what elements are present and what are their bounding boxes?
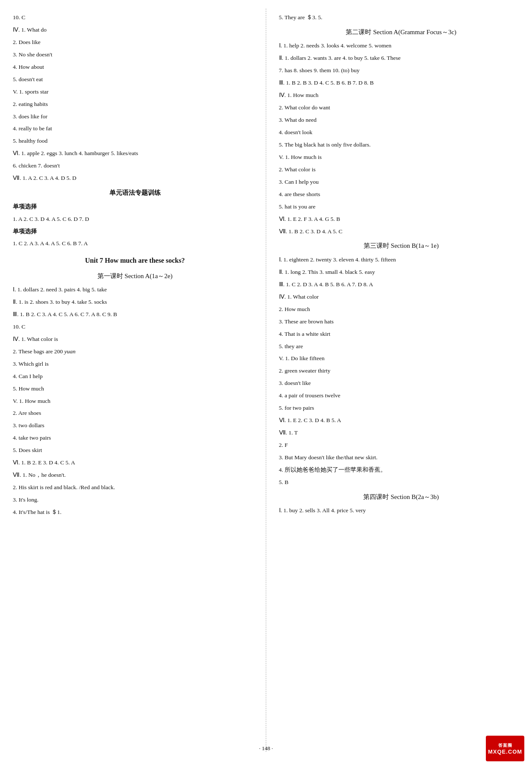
line-item: Ⅶ. 1. B 2. C 3. D 4. A 5. C	[279, 227, 524, 237]
line-item: 5. doesn't eat	[13, 75, 257, 85]
left-column: 10. CⅣ. 1. What do2. Does like3. No she …	[0, 9, 266, 752]
line-item: 3. Can I help you	[279, 177, 524, 187]
watermark-bottom: MXQE.COM	[488, 748, 522, 755]
page-container: 10. CⅣ. 1. What do2. Does like3. No she …	[0, 0, 532, 769]
line-item: 4. How about	[13, 62, 257, 72]
line-item: 2. These bags are 200 yuan	[13, 347, 257, 357]
line-item: 第三课时 Section B(1a～1e)	[279, 241, 524, 252]
line-item: 4. doesn't look	[279, 128, 524, 138]
line-item: 10. C	[13, 13, 257, 23]
line-item: 3. does like for	[13, 112, 257, 122]
line-item: 5. Does skirt	[13, 446, 257, 455]
line-item: Ⅰ. 1. dollars 2. need 3. pairs 4. big 5.…	[13, 285, 257, 295]
line-item: 3. Which girl is	[13, 359, 257, 369]
line-item: Ⅶ. 1. No，he doesn't.	[13, 470, 257, 480]
right-column: 5. They are ＄3. 5.第二课时 Section A(Grammar…	[266, 9, 532, 752]
watermark: 答案圈 MXQE.COM	[486, 736, 524, 761]
line-item: 2. What color do want	[279, 103, 524, 113]
line-item: Ⅱ. 1. dollars 2. wants 3. are 4. to buy …	[279, 53, 524, 63]
line-item: 第一课时 Section A(1a～2e)	[13, 271, 257, 282]
line-item: 3. These are brown hats	[279, 317, 524, 327]
line-item: Ⅱ. 1. long 2. This 3. small 4. black 5. …	[279, 267, 524, 277]
line-item: 5. for two pairs	[279, 403, 524, 413]
line-item: 4. Can I help	[13, 372, 257, 382]
line-item: Ⅵ. 1. B 2. E 3. D 4. C 5. A	[13, 458, 257, 468]
line-item: V. 1. Do like fifteen	[279, 354, 524, 364]
line-item: 5. hat is you are	[279, 202, 524, 212]
line-item: 2. eating habits	[13, 100, 257, 109]
line-item: Ⅳ. 1. What color is	[13, 335, 257, 344]
line-item: 4. take two pairs	[13, 433, 257, 443]
line-item: 2. What color is	[279, 165, 524, 175]
line-item: 5. How much	[13, 384, 257, 394]
line-item: 3. But Mary doesn't like the/that new sk…	[279, 453, 524, 463]
line-item: 第四课时 Section B(2a～3b)	[279, 492, 524, 503]
line-item: 3. No she doesn't	[13, 50, 257, 60]
line-item: Ⅲ. 1. B 2. B 3. D 4. C 5. B 6. B 7. D 8.…	[279, 78, 524, 88]
line-item: Ⅱ. 1. is 2. shoes 3. to buy 4. take 5. s…	[13, 297, 257, 307]
line-item: Ⅶ. 1. A 2. C 3. A 4. D 5. D	[13, 173, 257, 183]
line-item: 4. really to be fat	[13, 124, 257, 134]
line-item: Ⅰ. 1. help 2. needs 3. looks 4. welcome …	[279, 41, 524, 51]
line-item: Ⅳ. 1. How much	[279, 91, 524, 100]
line-item: V. 1. sports star	[13, 87, 257, 97]
line-item: 1. A 2. C 3. D 4. A 5. C 6. D 7. D	[13, 214, 257, 224]
line-item: 2. How much	[279, 305, 524, 314]
line-item: 2. Are shoes	[13, 408, 257, 418]
line-item: Ⅶ. 1. T	[279, 428, 524, 438]
line-item: Ⅵ. 1. E 2. C 3. D 4. B 5. A	[279, 416, 524, 426]
line-item: Ⅳ. 1. What do	[13, 25, 257, 35]
line-item: 3. doesn't like	[279, 379, 524, 388]
line-item: 7. has 8. shoes 9. them 10. (to) buy	[279, 66, 524, 76]
line-item: 5. B	[279, 478, 524, 487]
page-number: · 148 ·	[259, 745, 273, 752]
line-item: 4. That is a white skirt	[279, 329, 524, 339]
line-item: 2. His skirt is red and black. /Red and …	[13, 483, 257, 493]
line-item: 3. What do need	[279, 115, 524, 125]
line-item: V. 1. How much	[13, 396, 257, 406]
line-item: Ⅵ. 1. E 2. F 3. A 4. G 5. B	[279, 214, 524, 224]
line-item: 5. The big black hat is only five dollar…	[279, 140, 524, 150]
line-item: 3. It's long.	[13, 495, 257, 505]
line-item: Ⅲ. 1. B 2. C 3. A 4. C 5. A 6. C 7. A 8.…	[13, 310, 257, 320]
line-item: 5. They are ＄3. 5.	[279, 13, 524, 23]
line-item: Ⅰ. 1. eighteen 2. twenty 3. eleven 4. th…	[279, 255, 524, 265]
line-item: 3. two dollars	[13, 421, 257, 431]
line-item: 4. a pair of trousers twelve	[279, 391, 524, 401]
line-item: 4. are these shorts	[279, 190, 524, 200]
line-item: 6. chicken 7. doesn't	[13, 161, 257, 171]
watermark-top: 答案圈	[498, 743, 512, 748]
line-item: 单元语法专题训练	[13, 188, 257, 199]
line-item: V. 1. How much is	[279, 153, 524, 162]
line-item: 单项选择	[13, 202, 257, 212]
line-item: 2. Does like	[13, 38, 257, 47]
line-item: 单项选择	[13, 227, 257, 237]
line-item: 4. It's/The hat is ＄1.	[13, 508, 257, 517]
line-item: Ⅰ. 1. buy 2. sells 3. All 4. price 5. ve…	[279, 506, 524, 516]
line-item: 2. F	[279, 440, 524, 450]
line-item: 第二课时 Section A(Grammar Focus～3c)	[279, 27, 524, 38]
line-item: Unit 7 How much are these socks?	[13, 255, 257, 266]
line-item: 10. C	[13, 322, 257, 332]
line-item: 5. healthy food	[13, 136, 257, 146]
line-item: 5. they are	[279, 342, 524, 352]
line-item: Ⅵ. 1. apple 2. eggs 3. lunch 4. hamburge…	[13, 149, 257, 158]
line-item: 2. green sweater thirty	[279, 366, 524, 376]
line-item: 1. C 2. A 3. A 4. A 5. C 6. B 7. A	[13, 239, 257, 249]
line-item: Ⅲ. 1. C 2. D 3. A 4. B 5. B 6. A 7. D 8.…	[279, 280, 524, 290]
line-item: Ⅳ. 1. What color	[279, 292, 524, 302]
line-item: 4. 所以她爸爸给她买了一些苹果和香蕉。	[279, 465, 524, 475]
